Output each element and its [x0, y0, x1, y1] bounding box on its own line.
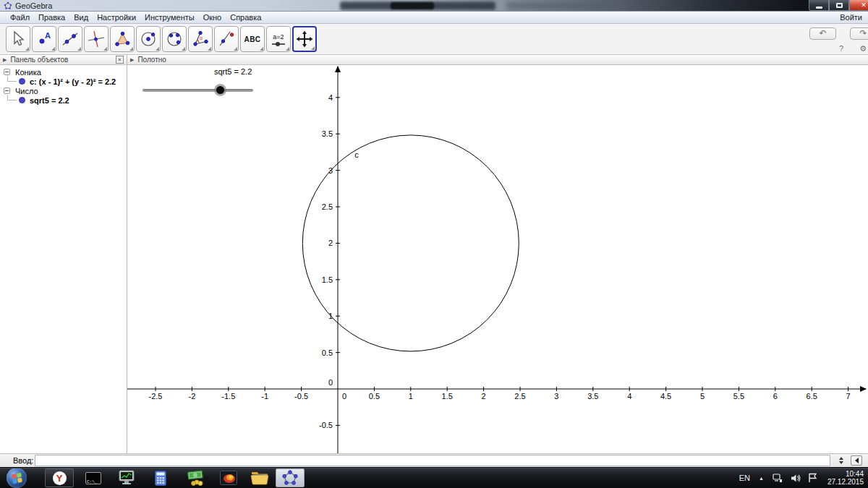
tool-dropdown-arrow[interactable] — [260, 47, 263, 51]
minimize-button[interactable] — [809, 0, 829, 11]
slider-track[interactable] — [142, 89, 253, 92]
graph-canvas[interactable]: -2.5-2-1.5-1-0.50.511.522.533.544.555.56… — [127, 65, 868, 453]
tool-dropdown-arrow[interactable] — [208, 47, 211, 51]
calculator-icon — [155, 471, 166, 486]
undo-button[interactable]: ↶ — [809, 27, 836, 40]
menu-item-file[interactable]: Файл — [6, 13, 34, 22]
tool-dropdown-arrow[interactable] — [77, 47, 81, 51]
tool-conic-through-points-button[interactable] — [162, 26, 187, 52]
menu-item-view[interactable]: Вид — [69, 13, 93, 22]
taskbar-image-viewer[interactable] — [218, 468, 239, 487]
redo-button[interactable]: ↷ — [850, 27, 868, 40]
x-tick-label: 3.5 — [587, 392, 598, 401]
line-icon — [61, 30, 80, 48]
command-prompt-icon: C:\_ — [85, 472, 101, 484]
input-history-spinner[interactable] — [839, 457, 843, 464]
slider-knob[interactable] — [216, 86, 224, 94]
tool-move-canvas-button[interactable] — [292, 26, 317, 52]
menu-item-tools[interactable]: Инструменты — [140, 13, 199, 22]
tree-group-number[interactable]: Число — [0, 86, 127, 95]
tool-circle-with-center-button[interactable] — [136, 26, 161, 52]
x-tick-label: -0.5 — [294, 392, 308, 401]
undo-icon: ↶ — [819, 28, 826, 38]
tree-item-circle[interactable]: c: (x - 1)² + (y - 2)² = 2.2 — [0, 77, 127, 86]
tool-reflection-button[interactable] — [214, 26, 239, 52]
x-tick-label: 2 — [482, 392, 486, 401]
taskbar-system-monitor[interactable] — [114, 468, 139, 487]
collapse-icon[interactable] — [4, 87, 10, 94]
graphics-panel-title: Полотно — [137, 56, 166, 64]
input-help-toggle-button[interactable] — [851, 455, 862, 466]
tool-dropdown-arrow[interactable] — [156, 47, 159, 51]
x-tick-label: 4 — [627, 392, 631, 401]
algebra-panel: ▶ Панель объектов ✕ Коника c: (x - 1)² +… — [0, 55, 127, 453]
tool-move-button[interactable] — [6, 26, 30, 52]
tool-point-button[interactable]: A — [32, 26, 56, 52]
system-tray: EN ▲ 1 — [739, 468, 868, 488]
command-input[interactable] — [35, 455, 830, 466]
panel-arrow-icon[interactable]: ▶ — [3, 57, 7, 63]
taskbar-money-manager[interactable] — [184, 468, 206, 487]
collapse-icon[interactable] — [4, 69, 10, 75]
tool-text-button[interactable]: ABC — [240, 26, 265, 52]
tool-dropdown-arrow[interactable] — [182, 47, 185, 51]
maximize-button[interactable] — [829, 0, 849, 11]
tool-dropdown-arrow[interactable] — [234, 47, 237, 51]
x-tick-label: 3 — [554, 392, 558, 401]
taskbar-geogebra[interactable] — [276, 468, 305, 487]
tool-dropdown-arrow[interactable] — [25, 47, 29, 51]
y-tick-label: 2.5 — [322, 202, 333, 211]
tool-perpendicular-line-button[interactable] — [84, 26, 109, 52]
action-center-flag-icon[interactable] — [808, 473, 817, 483]
point-icon: A — [35, 30, 54, 48]
tree-item-sqrt5[interactable]: sqrt5 = 2.2 — [0, 95, 127, 105]
file-explorer-icon — [250, 471, 269, 486]
panel-arrow-icon[interactable]: ▶ — [130, 57, 134, 63]
visibility-bullet-icon[interactable] — [19, 97, 25, 103]
visibility-bullet-icon[interactable] — [19, 78, 25, 85]
menu-item-edit[interactable]: Правка — [34, 13, 69, 22]
x-tick-label: 6.5 — [807, 392, 817, 401]
circle-object-c[interactable] — [302, 135, 519, 351]
window-title: GeoGebra — [15, 1, 52, 10]
x-tick-label: 2.5 — [514, 392, 525, 401]
circle-label[interactable]: c — [354, 150, 359, 159]
tool-angle-button[interactable]: α — [188, 26, 213, 52]
tool-polygon-button[interactable] — [110, 26, 135, 52]
taskbar-file-explorer[interactable] — [247, 468, 273, 487]
volume-icon[interactable] — [791, 474, 801, 483]
tool-dropdown-arrow[interactable] — [129, 47, 133, 51]
slider-value-label[interactable]: sqrt5 = 2.2 — [214, 67, 252, 76]
close-button[interactable]: ✕ — [849, 0, 868, 11]
x-tick-label: 1.5 — [442, 392, 453, 401]
tool-dropdown-arrow[interactable] — [103, 47, 107, 51]
tool-dropdown-arrow[interactable] — [286, 47, 289, 51]
titlebar[interactable]: GeoGebra ✕ — [0, 0, 868, 12]
x-tick-label: -1.5 — [221, 392, 235, 401]
tool-dropdown-arrow[interactable] — [311, 46, 315, 50]
sign-in-link[interactable]: Войти — [840, 13, 868, 22]
help-button[interactable]: ? — [839, 44, 843, 53]
tool-line-button[interactable] — [58, 26, 82, 52]
taskbar-calculator[interactable] — [150, 468, 171, 487]
network-icon[interactable] — [773, 474, 783, 483]
tool-slider-button[interactable]: a=2 — [266, 26, 291, 52]
start-button[interactable] — [7, 468, 27, 488]
x-tick-label: 4.5 — [660, 392, 671, 401]
menu-item-window[interactable]: Окно — [199, 13, 226, 22]
show-hidden-icons-button[interactable]: ▲ — [759, 476, 764, 481]
menu-item-help[interactable]: Справка — [226, 13, 265, 22]
taskbar-command-prompt[interactable]: C:\_ — [82, 468, 104, 487]
taskbar-yandex-browser[interactable]: Y — [45, 468, 74, 487]
language-indicator[interactable]: EN — [739, 474, 750, 482]
menu-item-options[interactable]: Настройки — [93, 13, 140, 22]
algebra-panel-close-button[interactable]: ✕ — [116, 56, 124, 64]
tree-group-conic[interactable]: Коника — [0, 67, 127, 77]
image-viewer-icon — [220, 471, 237, 485]
screen: GeoGebra ✕ Файл Правка Вид Настройки Инс… — [0, 0, 868, 488]
graphics-canvas-area[interactable]: -2.5-2-1.5-1-0.50.511.522.533.544.555.56… — [127, 65, 868, 453]
y-tick-label: 1.5 — [322, 275, 333, 284]
settings-gear-button[interactable]: ⚙ — [859, 44, 867, 53]
clock[interactable]: 10:44 27.12.2015 — [827, 470, 864, 486]
tool-dropdown-arrow[interactable] — [51, 47, 55, 51]
